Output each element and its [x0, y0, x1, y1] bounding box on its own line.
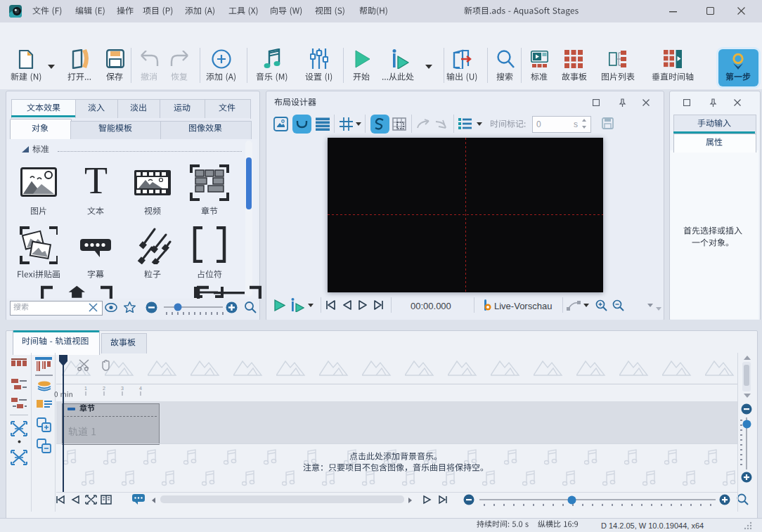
svg-text:1: 1: [84, 386, 87, 391]
svg-text:2: 2: [103, 386, 105, 391]
svg-text:3: 3: [121, 386, 124, 391]
svg-text:4: 4: [139, 386, 142, 391]
